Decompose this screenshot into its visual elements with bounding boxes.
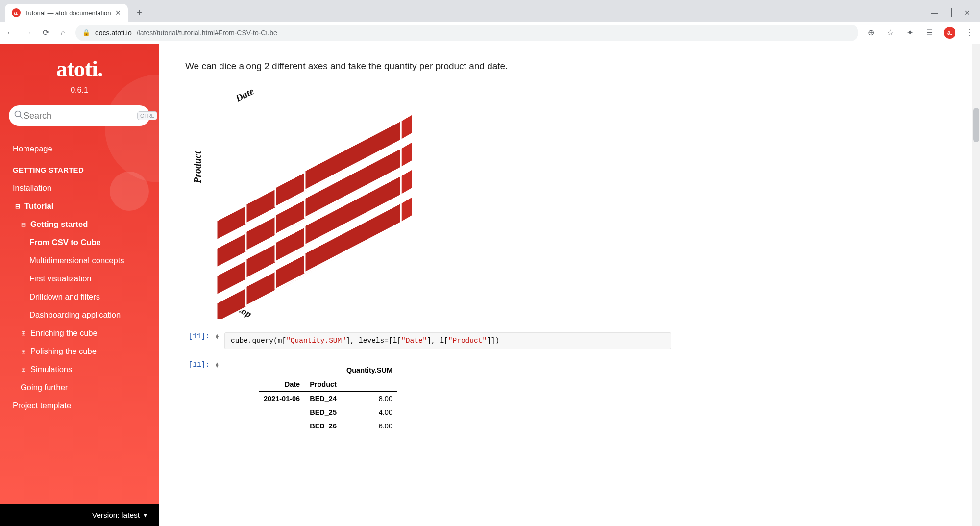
sidebar-item-from-csv[interactable]: From CSV to Cube — [0, 233, 159, 251]
svg-line-1 — [20, 116, 23, 119]
code-cell-out: [11]: ▲▼ Quantity.SUM DateProduct 2021-0… — [185, 361, 671, 433]
sidebar-item-multidim[interactable]: Multidimensional concepts — [0, 251, 159, 270]
expand-icon[interactable]: ⊞ — [21, 366, 26, 373]
out-prompt-label: [11]: — [185, 361, 210, 369]
star-icon[interactable]: ☆ — [885, 27, 896, 38]
search-icon — [14, 110, 24, 122]
code-frag: "Date" — [401, 337, 427, 345]
forward-icon[interactable]: → — [23, 27, 33, 38]
sidebar-version: 0.6.1 — [0, 86, 159, 95]
nav-label: Multidimensional concepts — [29, 256, 124, 265]
table-row: 2021-01-06 BED_24 8.00 — [259, 392, 397, 406]
search-input[interactable] — [24, 111, 137, 121]
profile-avatar[interactable]: a. — [944, 27, 956, 39]
table-row: BED_25 4.00 — [259, 405, 397, 419]
nav-label: From CSV to Cube — [29, 238, 101, 247]
sidebar-item-first-vis[interactable]: First visualization — [0, 270, 159, 288]
cell-value: 6.00 — [342, 419, 397, 433]
maximize-icon[interactable] — [951, 9, 952, 17]
sidebar-item-going-further[interactable]: Going further — [0, 378, 159, 397]
sidebar-item-drilldown[interactable]: Drilldown and filters — [0, 288, 159, 306]
cell-stepper-icon[interactable]: ▲▼ — [215, 361, 220, 367]
nav-label: Installation — [13, 183, 51, 193]
intro-text: We can dice along 2 different axes and t… — [185, 61, 671, 72]
axis-product-label: Product — [192, 151, 203, 183]
sidebar-item-enriching[interactable]: ⊞Enriching the cube — [0, 324, 159, 342]
cell-value: 4.00 — [342, 405, 397, 419]
output-table: Quantity.SUM DateProduct 2021-01-06 BED_… — [259, 363, 397, 433]
sidebar-item-dashboarding[interactable]: Dashboarding application — [0, 306, 159, 324]
scrollbar[interactable] — [972, 44, 980, 526]
cell-date — [259, 405, 305, 419]
cube-graphic — [217, 103, 427, 319]
version-label: Version: latest — [92, 511, 140, 520]
sidebar-item-project-template[interactable]: Project template — [0, 397, 159, 415]
code-frag: ], levels=[l[ — [346, 337, 401, 345]
cell-product: BED_24 — [305, 392, 342, 406]
minimize-icon[interactable]: — — [931, 9, 938, 17]
logo: atoti. — [0, 56, 159, 82]
code-frag: cube.query(m[ — [231, 337, 286, 345]
back-icon[interactable]: ← — [5, 27, 16, 38]
col-product: Product — [305, 377, 342, 392]
nav-label: Going further — [21, 383, 68, 392]
nav-label: Homepage — [13, 144, 52, 153]
code-cell-in: [11]: ▲▼ cube.query(m["Quantity.SUM"], l… — [185, 332, 671, 349]
zoom-icon[interactable]: ⊕ — [865, 27, 876, 38]
cell-stepper-icon[interactable]: ▲▼ — [215, 332, 220, 339]
sidebar-item-simulations[interactable]: ⊞Simulations — [0, 360, 159, 378]
nav-label: Polishing the cube — [30, 347, 97, 356]
decor-circle-small — [110, 172, 149, 211]
nav-label: Enriching the cube — [30, 328, 98, 338]
cell-product: BED_26 — [305, 419, 342, 433]
expand-icon[interactable]: ⊞ — [21, 348, 26, 355]
sidebar-item-polishing[interactable]: ⊞Polishing the cube — [0, 342, 159, 360]
reload-icon[interactable]: ⟳ — [40, 27, 51, 38]
nav-label: Dashboarding application — [29, 310, 121, 320]
nav-label: Project template — [13, 401, 71, 410]
cell-date: 2021-01-06 — [259, 392, 305, 406]
content: We can dice along 2 different axes and t… — [159, 44, 980, 526]
nav-label: Drilldown and filters — [29, 292, 100, 301]
code-frag: "Quantity.SUM" — [286, 337, 346, 345]
code-frag: "Product" — [448, 337, 487, 345]
nav-label: Tutorial — [24, 201, 53, 211]
extensions-icon[interactable]: ✦ — [905, 27, 915, 38]
code-frag: ]]) — [487, 337, 499, 345]
url-host: docs.atoti.io — [95, 29, 132, 37]
tab-title: Tutorial — atoti documentation — [24, 9, 111, 17]
close-window-icon[interactable]: ✕ — [964, 9, 970, 17]
caret-down-icon: ▼ — [143, 512, 148, 518]
browser-titlebar: a. Tutorial — atoti documentation ✕ + — … — [0, 0, 980, 22]
kbd-ctrl: CTRL — [137, 111, 157, 120]
cube-diagram: Date Product Shop — [182, 85, 437, 321]
tab-favicon: a. — [12, 8, 21, 17]
version-selector[interactable]: Version: latest ▼ — [0, 504, 159, 526]
cell-value: 8.00 — [342, 392, 397, 406]
reading-list-icon[interactable]: ☰ — [924, 27, 935, 38]
new-tab-button[interactable]: + — [133, 6, 147, 20]
search-box[interactable]: CTRL K — [9, 105, 150, 126]
svg-point-0 — [15, 111, 21, 117]
expand-icon[interactable]: ⊞ — [21, 330, 26, 337]
code-frag: ], l[ — [427, 337, 448, 345]
in-prompt-label: [11]: — [185, 332, 210, 340]
collapse-icon[interactable]: ⊟ — [21, 221, 26, 228]
scrollbar-thumb[interactable] — [973, 108, 979, 142]
address-bar[interactable]: 🔒 docs.atoti.io/latest/tutorial/tutorial… — [75, 25, 858, 41]
col-date: Date — [259, 377, 305, 392]
axis-date-label: Date — [234, 85, 256, 104]
sidebar: atoti. 0.6.1 CTRL K Homepage GETTING STA… — [0, 44, 159, 526]
nav-label: First visualization — [29, 274, 92, 283]
lock-icon: 🔒 — [82, 29, 90, 36]
kebab-menu-icon[interactable]: ⋮ — [964, 27, 975, 38]
home-icon[interactable]: ⌂ — [58, 27, 69, 38]
url-path: /latest/tutorial/tutorial.html#From-CSV-… — [137, 29, 277, 37]
code-box[interactable]: cube.query(m["Quantity.SUM"], levels=[l[… — [224, 332, 671, 349]
close-icon[interactable]: ✕ — [115, 9, 121, 17]
col-measure: Quantity.SUM — [342, 363, 397, 377]
sidebar-item-getting-started[interactable]: ⊟Getting started — [0, 215, 159, 233]
browser-toolbar: ← → ⟳ ⌂ 🔒 docs.atoti.io/latest/tutorial/… — [0, 22, 980, 44]
browser-tab[interactable]: a. Tutorial — atoti documentation ✕ — [5, 4, 128, 22]
collapse-icon[interactable]: ⊟ — [15, 203, 21, 210]
